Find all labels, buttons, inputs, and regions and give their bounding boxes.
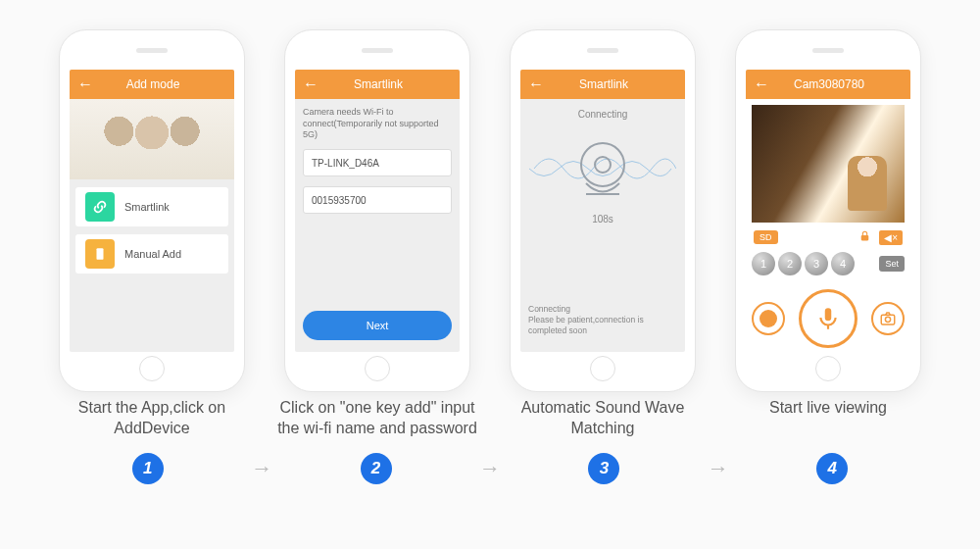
titlebar: ← Smartlink (520, 70, 685, 99)
phone-step-3: ← Smartlink Connecting (510, 29, 696, 392)
arrow-icon: → (479, 456, 501, 481)
lock-icon[interactable] (858, 229, 871, 245)
manual-add-label: Manual Add (124, 248, 181, 260)
preset-2[interactable]: 2 (778, 252, 802, 275)
next-button[interactable]: Next (303, 311, 452, 340)
snapshot-button[interactable] (871, 302, 905, 335)
step-badge-4: 4 (816, 453, 848, 484)
caption-step-2: Click on "one key add" input the wi-fi n… (274, 398, 480, 439)
svg-point-2 (595, 157, 611, 173)
step-badge-1: 1 (132, 453, 164, 484)
svg-rect-4 (861, 235, 869, 240)
preset-3[interactable]: 3 (805, 252, 828, 275)
smartlink-button[interactable]: Smartlink (75, 187, 228, 226)
screen-add-mode: ← Add mode Smartlink Manual Add (70, 70, 234, 352)
titlebar: ← Cam3080780 (746, 70, 910, 99)
screen-smartlink-form: ← Smartlink Camera needs Wi-Fi to connec… (295, 70, 460, 352)
countdown-timer: 108s (592, 214, 613, 225)
screen-connecting: ← Smartlink Connecting (520, 70, 685, 352)
svg-rect-0 (97, 248, 104, 260)
manual-add-button[interactable]: Manual Add (75, 234, 228, 274)
camera-icon (529, 129, 676, 208)
preset-4[interactable]: 4 (831, 252, 855, 275)
link-icon (85, 192, 115, 222)
svg-rect-5 (825, 308, 832, 321)
titlebar: ← Smartlink (295, 70, 460, 99)
title-text: Add mode (79, 77, 226, 91)
caption-step-1: Start the App,click on AddDevice (49, 398, 255, 439)
talk-button[interactable] (799, 289, 858, 348)
step-badge-2: 2 (361, 453, 392, 484)
wifi-name-input[interactable]: TP-LINK_D46A (303, 149, 452, 176)
screen-live-view: ← Cam3080780 SD ◀× 1 2 3 4 Set (746, 70, 910, 352)
title-text: Smartlink (530, 77, 677, 91)
hero-image (70, 99, 234, 179)
camera-icon (879, 310, 897, 327)
step-badge-3: 3 (588, 453, 619, 484)
svg-point-8 (885, 317, 890, 322)
arrow-icon: → (251, 456, 272, 481)
status-line-1: Connecting (528, 304, 677, 315)
camera-name: Cam3080780 (756, 77, 903, 91)
caption-step-4: Start live viewing (725, 398, 931, 439)
record-button[interactable] (752, 302, 785, 335)
manual-icon (85, 239, 115, 269)
set-button[interactable]: Set (879, 256, 905, 272)
mute-button[interactable]: ◀× (879, 230, 903, 245)
arrow-icon: → (708, 456, 729, 481)
wifi-password-input[interactable]: 0015935700 (303, 186, 452, 214)
title-text: Smartlink (305, 77, 452, 91)
connecting-status: Connecting (578, 109, 628, 120)
live-video-feed[interactable] (752, 105, 905, 223)
phone-step-1: ← Add mode Smartlink Manual Add (59, 29, 245, 392)
preset-1[interactable]: 1 (752, 252, 775, 275)
status-line-2: Please be patient,connection is complete… (528, 315, 677, 336)
phone-step-2: ← Smartlink Camera needs Wi-Fi to connec… (284, 29, 470, 392)
microphone-icon (815, 306, 841, 331)
smartlink-label: Smartlink (124, 201, 170, 213)
phone-step-4: ← Cam3080780 SD ◀× 1 2 3 4 Set (735, 29, 921, 392)
svg-point-1 (581, 143, 624, 186)
titlebar: ← Add mode (70, 70, 234, 99)
wifi-note: Camera needs Wi-Fi to connect(Temporaril… (303, 107, 452, 141)
preset-row: 1 2 3 4 Set (746, 248, 910, 279)
sd-quality-button[interactable]: SD (754, 230, 778, 244)
caption-step-3: Automatic Sound Wave Matching (500, 398, 706, 439)
